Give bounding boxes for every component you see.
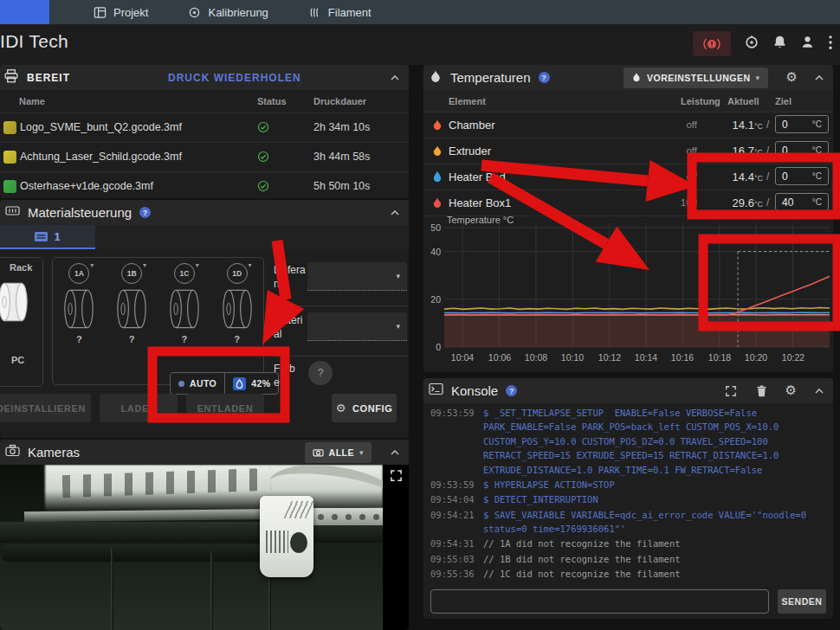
auto-humidity-box: AUTO 42% xyxy=(170,372,279,395)
spool-icon xyxy=(63,287,94,331)
notifications-button[interactable] xyxy=(772,35,787,53)
more-menu-button[interactable] xyxy=(828,35,833,54)
console-log[interactable]: 09:53:59 $ _SET_TIMELAPSE_SETUP ENABLE=F… xyxy=(430,406,826,586)
send-button[interactable]: SENDEN xyxy=(778,589,826,614)
top-tab-filament[interactable]: Filament xyxy=(308,6,372,19)
tab-label: Kalibrierung xyxy=(208,6,268,19)
camera-video-area xyxy=(0,465,409,630)
app-screen: ProjektKalibrierungFilament IDI Tech xyxy=(0,0,840,630)
color-swatch-unknown[interactable]: ? xyxy=(308,361,333,385)
rack-spool[interactable] xyxy=(0,280,29,327)
calibration-icon xyxy=(188,6,201,19)
target-temp-input[interactable]: 0°C xyxy=(775,141,829,159)
separator: / xyxy=(766,196,769,209)
slot-badge[interactable]: 1A▾ xyxy=(68,263,89,284)
chevron-down-icon: ▾ xyxy=(143,261,146,269)
material-tab-1[interactable]: 1 xyxy=(0,225,95,249)
separator: / xyxy=(766,119,769,131)
emergency-stop-button[interactable] xyxy=(693,31,731,56)
collapse-cameras-panel[interactable] xyxy=(390,448,400,457)
console-message: // 1C did not recognize the filament xyxy=(483,567,826,581)
config-button[interactable]: ⚙ CONFIG xyxy=(332,394,397,422)
terminal-icon xyxy=(429,382,443,399)
console-help-icon[interactable]: ? xyxy=(506,385,517,396)
drop-icon xyxy=(431,170,443,183)
collapse-console-panel[interactable] xyxy=(814,387,824,395)
console-clear-icon[interactable] xyxy=(756,385,767,397)
x-axis-tick: 10:14 xyxy=(627,352,665,363)
slot-material: ? xyxy=(234,334,240,344)
supplier-select[interactable]: ▾ xyxy=(307,262,407,291)
slot-1A[interactable]: 1A▾ ? xyxy=(63,263,94,344)
job-status-icon xyxy=(257,121,269,137)
presets-button[interactable]: VOREINSTELLUNGEN ▾ xyxy=(624,68,767,88)
x-axis-tick: 10:06 xyxy=(481,352,519,363)
slot-badge[interactable]: 1C▾ xyxy=(174,263,195,284)
slot-1D[interactable]: 1D▾ ? xyxy=(222,263,253,344)
slot-badge[interactable]: 1B▾ xyxy=(121,263,142,284)
target-temp-input[interactable]: 0°C xyxy=(775,167,829,185)
collapse-material-panel[interactable] xyxy=(390,209,400,217)
job-row[interactable]: Logo_SVME_bunt_Q2.gcode.3mf 2h 34m 10s xyxy=(0,113,409,143)
console-fullscreen-icon[interactable] xyxy=(725,385,737,397)
locate-printer-button[interactable] xyxy=(744,35,759,54)
cameras-panel: Kameras ALLE ▾ xyxy=(0,440,409,630)
material-icon xyxy=(5,204,20,221)
job-thumbnail xyxy=(3,121,16,134)
supplier-label: Lieferant xyxy=(274,264,307,291)
slot-1C[interactable]: 1C▾ ? xyxy=(169,263,200,344)
fullscreen-icon[interactable] xyxy=(390,469,403,485)
reprint-button[interactable]: DRUCK WIEDERHOLEN xyxy=(168,72,301,84)
material-help-icon[interactable]: ? xyxy=(139,207,151,218)
slot-1B[interactable]: 1B▾ ? xyxy=(116,263,147,344)
element-current-temp: 16.7°C xyxy=(706,145,763,158)
user-button[interactable] xyxy=(800,35,815,53)
temperature-chart: Temperature °C 0204050 10:0410:0610:0810… xyxy=(423,213,833,372)
unload-button[interactable]: ENTLADEN xyxy=(186,394,264,422)
console-settings-icon[interactable]: ⚙ xyxy=(785,384,797,397)
slot-material: ? xyxy=(129,334,135,344)
top-tab-projekt[interactable]: Projekt xyxy=(94,6,148,19)
slot-badge[interactable]: 1D▾ xyxy=(227,263,248,284)
material-select[interactable]: ▾ xyxy=(307,312,407,341)
job-duration: 2h 34m 10s xyxy=(313,121,370,133)
active-tab-indicator[interactable] xyxy=(0,0,49,24)
collapse-temperatures-panel[interactable] xyxy=(814,74,824,82)
jobs-table-header: Name Status Druckdauer xyxy=(0,90,409,113)
flame-icon xyxy=(431,119,443,131)
camera-feed[interactable] xyxy=(0,465,383,630)
camera-selector-button[interactable]: ALLE ▾ xyxy=(305,442,372,463)
element-power: 100 xyxy=(656,197,697,208)
console-command-input[interactable] xyxy=(430,589,769,614)
load-button[interactable]: LADEN xyxy=(100,394,178,422)
chevron-down-icon: ▾ xyxy=(90,261,94,269)
target-temp-input[interactable]: 40°C xyxy=(775,193,829,211)
collapse-jobs-panel[interactable] xyxy=(390,74,400,82)
flame-icon xyxy=(431,145,443,157)
printer-toolhead xyxy=(260,496,313,577)
temperatures-panel: Temperaturen ? VOREINSTELLUNGEN ▾ ⚙ Elem… xyxy=(423,65,833,372)
flame-icon xyxy=(631,72,642,82)
chart-plot-area[interactable] xyxy=(444,221,830,356)
column-element: Element xyxy=(449,96,486,106)
job-row[interactable]: Osterhase+v1de.gcode.3mf 5h 50m 10s xyxy=(0,172,409,198)
column-status: Status xyxy=(257,96,287,106)
drop-icon xyxy=(431,170,443,186)
success-check-icon xyxy=(257,180,269,192)
camera-icon xyxy=(5,444,20,460)
console-entry: 09:54:04 $ DETECT_INTERRUPTION xyxy=(430,492,826,506)
slot-material: ? xyxy=(182,334,188,344)
x-axis-tick: 10:20 xyxy=(737,352,775,363)
console-message: // 1D did not recognize the filament xyxy=(483,582,826,587)
auto-mode-toggle[interactable]: AUTO xyxy=(171,373,224,394)
temperatures-help-icon[interactable]: ? xyxy=(539,72,550,83)
flame-icon xyxy=(429,69,443,87)
target-temp-input[interactable]: 0°C xyxy=(775,115,829,133)
x-axis-tick: 10:08 xyxy=(517,352,555,363)
job-row[interactable]: Achtung_Laser_Schild.gcode.3mf 3h 44m 58… xyxy=(0,143,409,172)
temperatures-settings-icon[interactable]: ⚙ xyxy=(786,71,798,84)
uninstall-button[interactable]: DEINSTALLIEREN xyxy=(0,394,91,422)
field-divider xyxy=(274,305,407,306)
top-tab-kalibrierung[interactable]: Kalibrierung xyxy=(188,6,268,19)
success-check-icon xyxy=(257,121,269,133)
